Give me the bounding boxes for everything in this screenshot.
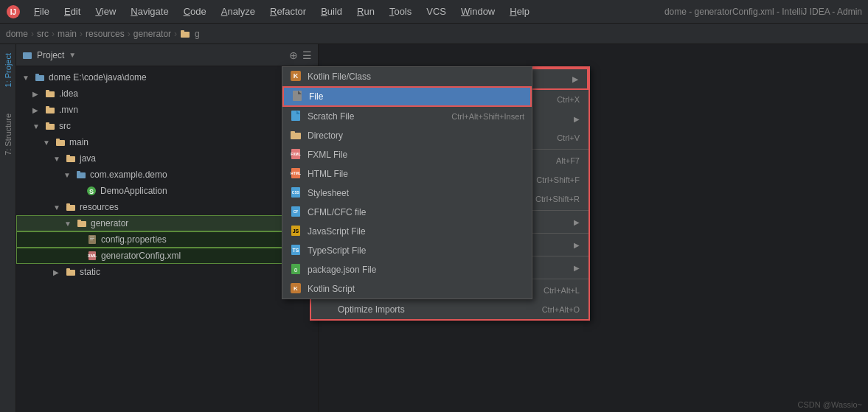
svg-rect-10	[46, 106, 49, 108]
breadcrumb-resources[interactable]: resources	[86, 29, 125, 39]
expand-arrow: ▶	[53, 268, 62, 276]
settings-icon[interactable]: ☰	[302, 49, 312, 61]
submenu-directory[interactable]: Directory	[282, 126, 532, 145]
html-file-label: HTML File	[308, 169, 348, 179]
node-label-src: src	[59, 121, 71, 131]
menu-navigate[interactable]: Navigate	[125, 3, 174, 20]
node-label-java: java	[80, 153, 96, 164]
svg-rect-40	[291, 131, 295, 133]
tree-node-dome[interactable]: ▼ dome E:\code\java\dome	[16, 69, 318, 85]
svg-text:XML: XML	[88, 254, 97, 258]
sidebar-tabs: 1: Project 7: Structure	[0, 44, 16, 412]
node-label-resources: resources	[80, 202, 119, 212]
svg-text:CSS: CSS	[292, 190, 300, 195]
svg-rect-17	[77, 172, 86, 178]
menu-view[interactable]: View	[89, 3, 122, 20]
submenu-pkg-json[interactable]: {} package.json File	[282, 260, 532, 279]
tree-node-resources[interactable]: ▼ resources	[16, 199, 318, 215]
find-usages-shortcut: Alt+F7	[556, 156, 580, 165]
folder-mvn-icon	[44, 104, 56, 116]
svg-text:K: K	[294, 72, 299, 80]
submenu-scratch-file[interactable]: Scratch File Ctrl+Alt+Shift+Insert	[282, 107, 532, 126]
new-submenu: K Kotlin File/Class File Scratch File Ct…	[282, 66, 532, 299]
tree-node-demoapplication[interactable]: ▶ S DemoApplication	[16, 183, 318, 199]
tree-node-src[interactable]: ▼ src	[16, 118, 318, 134]
tree-node-static[interactable]: ▶ static	[16, 264, 318, 280]
kotlin-script-label: Kotlin Script	[308, 284, 355, 294]
menu-edit[interactable]: Edit	[58, 3, 86, 20]
svg-rect-27	[90, 238, 94, 239]
expand-arrow: ▶	[32, 106, 41, 114]
breadcrumb-folder-icon	[180, 29, 190, 39]
node-label-generator: generator	[91, 218, 128, 228]
tree-node-package[interactable]: ▼ com.example.demo	[16, 167, 318, 183]
pkg-json-label: package.json File	[308, 265, 376, 275]
tree-node-idea[interactable]: ▶ .idea	[16, 85, 318, 102]
folder-idea-icon	[44, 88, 56, 99]
breadcrumb-dome[interactable]: dome	[6, 29, 28, 39]
add-content-root-icon[interactable]: ⊕	[289, 49, 298, 61]
menu-vcs[interactable]: VCS	[420, 3, 452, 20]
breadcrumb-main[interactable]: main	[58, 29, 77, 39]
menu-file[interactable]: File	[28, 3, 55, 20]
menu-refactor[interactable]: Refactor	[264, 3, 312, 20]
menu-build[interactable]: Build	[315, 3, 348, 20]
svg-rect-11	[46, 124, 55, 130]
submenu-cfml-file[interactable]: CF CFML/CFC file	[282, 203, 532, 222]
svg-text:JS: JS	[293, 228, 299, 234]
sidebar-tab-project[interactable]: 1: Project	[2, 47, 14, 93]
breadcrumb-src[interactable]: src	[37, 29, 49, 39]
tree-node-generator-config-xml[interactable]: ▶ XML generatorConfig.xml	[16, 248, 318, 264]
svg-rect-16	[66, 155, 70, 157]
html-icon: HTML	[290, 167, 302, 181]
sep2: ›	[52, 29, 55, 39]
tree-node-config-properties[interactable]: ▶ config.properties	[16, 231, 318, 248]
spring-icon: S	[86, 185, 97, 197]
sidebar-tab-structure[interactable]: 7: Structure	[2, 108, 14, 161]
breadcrumb-generator[interactable]: generator	[133, 29, 171, 39]
submenu-html-file[interactable]: HTML HTML File	[282, 164, 532, 184]
ts-file-label: TypeScript File	[308, 245, 366, 256]
cut-shortcut: Ctrl+X	[557, 95, 580, 104]
svg-rect-5	[35, 75, 44, 81]
menu-window[interactable]: Window	[455, 3, 501, 20]
file-icon	[291, 90, 303, 104]
folder-src-icon	[44, 120, 56, 132]
svg-rect-22	[66, 203, 70, 206]
tree-node-mvn[interactable]: ▶ .mvn	[16, 102, 318, 118]
menu-code[interactable]: Code	[178, 3, 212, 20]
submenu-js-file[interactable]: JS JavaScript File	[282, 222, 532, 241]
submenu-file[interactable]: File	[282, 86, 532, 107]
tree-node-main[interactable]: ▼ main	[16, 134, 318, 150]
submenu-kotlin-script[interactable]: K Kotlin Script	[282, 279, 532, 298]
node-label-generator-config-xml: generatorConfig.xml	[101, 251, 181, 261]
submenu-kotlin-file[interactable]: K Kotlin File/Class	[282, 67, 532, 86]
menu-help[interactable]: Help	[504, 3, 535, 20]
breadcrumb-g[interactable]: g	[195, 29, 200, 39]
panel-header-actions: ⊕ ☰	[289, 49, 312, 61]
context-menu-item-optimize[interactable]: Optimize Imports Ctrl+Alt+O	[311, 300, 588, 319]
paste-shortcut: Ctrl+V	[557, 133, 580, 142]
config-file-icon	[86, 234, 98, 245]
menu-run[interactable]: Run	[351, 3, 381, 20]
app-logo-icon: IJ	[6, 4, 21, 19]
js-file-label: JavaScript File	[308, 226, 366, 237]
directory-icon	[290, 129, 302, 143]
project-panel: Project ▼ ⊕ ☰ ▼ dome E:\code\java\dome ▶	[16, 44, 319, 412]
svg-rect-3	[181, 30, 184, 32]
find-in-path-shortcut: Ctrl+Shift+F	[536, 175, 580, 184]
svg-rect-26	[90, 237, 94, 237]
submenu-stylesheet[interactable]: CSS Stylesheet	[282, 184, 532, 203]
submenu-fxml-file[interactable]: FXML FXML File	[282, 145, 532, 164]
folder-resources-icon	[65, 201, 77, 213]
scratch-icon	[290, 110, 302, 124]
tree-node-java[interactable]: ▼ java	[16, 150, 318, 167]
tree-node-generator[interactable]: ▼ generator	[16, 215, 318, 231]
svg-text:TS: TS	[293, 248, 299, 253]
submenu-ts-file[interactable]: TS TypeScript File	[282, 241, 532, 260]
menu-analyze[interactable]: Analyze	[215, 3, 261, 20]
panel-dropdown-arrow[interactable]: ▼	[69, 51, 76, 59]
menu-tools[interactable]: Tools	[383, 3, 417, 20]
svg-rect-28	[90, 240, 93, 240]
optimize-label: Optimize Imports	[338, 304, 405, 315]
